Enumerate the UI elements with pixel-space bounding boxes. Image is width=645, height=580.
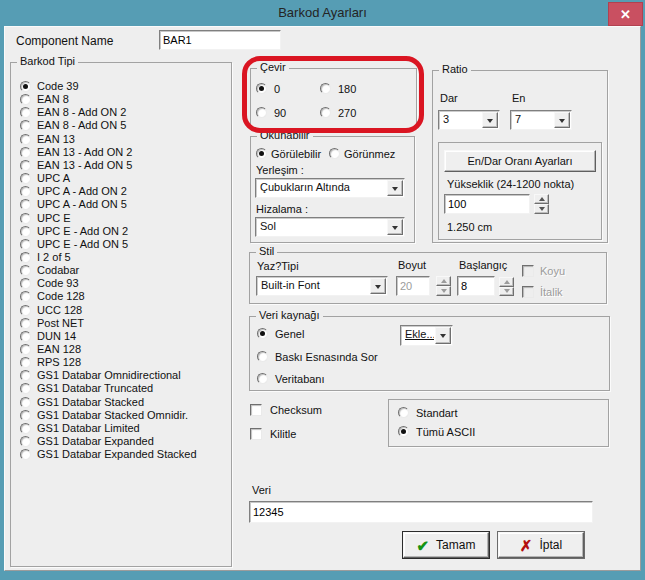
barcode-type-label[interactable]: GS1 Databar Stacked [37, 396, 144, 408]
barcode-type-radio[interactable] [20, 305, 31, 316]
barcode-type-option[interactable]: GS1 Databar Truncated [11, 382, 231, 395]
ask-on-print-radio[interactable] [257, 351, 268, 362]
barcode-type-option[interactable]: UPC A - Add ON 2 [11, 185, 231, 198]
barcode-type-label[interactable]: UPC E - Add ON 5 [37, 238, 128, 250]
barcode-type-option[interactable]: EAN 128 [11, 343, 231, 356]
barcode-type-radio[interactable] [20, 410, 31, 421]
barcode-type-label[interactable]: GS1 Databar Expanded Stacked [37, 448, 197, 460]
barcode-type-radio[interactable] [20, 107, 31, 118]
barcode-type-label[interactable]: GS1 Databar Truncated [37, 382, 153, 394]
barcode-type-option[interactable]: UPC E - Add ON 2 [11, 225, 231, 238]
barcode-type-radio[interactable] [20, 213, 31, 224]
visible-label[interactable]: Görülebilir [271, 148, 321, 160]
barcode-type-option[interactable]: EAN 8 [11, 93, 231, 106]
barcode-type-label[interactable]: EAN 13 [37, 133, 75, 145]
data-input[interactable] [249, 501, 593, 523]
add-dropdown-icon[interactable] [435, 327, 451, 344]
rotation-0-label[interactable]: 0 [274, 83, 280, 95]
barcode-type-label[interactable]: EAN 13 - Add ON 2 [37, 146, 132, 158]
barcode-type-option[interactable]: GS1 Databar Omnidirectional [11, 369, 231, 382]
barcode-type-option[interactable]: GS1 Databar Stacked Omnidir. [11, 409, 231, 422]
font-type-dropdown-icon[interactable] [370, 278, 386, 294]
alignment-combobox[interactable]: Sol [255, 217, 405, 237]
barcode-type-option[interactable]: EAN 13 - Add ON 5 [11, 159, 231, 172]
barcode-type-radio[interactable] [20, 278, 31, 289]
barcode-type-radio[interactable] [20, 331, 31, 342]
barcode-type-label[interactable]: GS1 Databar Limited [37, 422, 140, 434]
barcode-type-option[interactable]: UCC 128 [11, 304, 231, 317]
barcode-type-label[interactable]: UPC E - Add ON 2 [37, 225, 128, 237]
barcode-type-radio[interactable] [20, 318, 31, 329]
barcode-type-radio[interactable] [20, 147, 31, 158]
narrow-dropdown-icon[interactable] [482, 112, 498, 128]
barcode-type-radio[interactable] [20, 265, 31, 276]
lock-label[interactable]: Kilitle [270, 428, 296, 440]
barcode-type-radio[interactable] [20, 423, 31, 434]
start-spin-up-icon[interactable] [499, 277, 514, 287]
barcode-type-radio[interactable] [20, 436, 31, 447]
barcode-type-label[interactable]: RPS 128 [37, 356, 81, 368]
barcode-type-radio[interactable] [20, 160, 31, 171]
barcode-type-label[interactable]: Code 93 [37, 277, 79, 289]
barcode-type-option[interactable]: Code 128 [11, 290, 231, 303]
barcode-type-radio[interactable] [20, 199, 31, 210]
full-ascii-radio[interactable] [398, 426, 409, 437]
barcode-type-option[interactable]: EAN 8 - Add ON 5 [11, 119, 231, 132]
component-name-input[interactable] [159, 30, 281, 50]
barcode-type-option[interactable]: DUN 14 [11, 330, 231, 343]
barcode-type-radio[interactable] [20, 120, 31, 131]
rotation-90-label[interactable]: 90 [274, 107, 286, 119]
barcode-type-option[interactable]: Post NET [11, 317, 231, 330]
database-radio[interactable] [257, 373, 268, 384]
rotation-90-radio[interactable] [256, 107, 267, 118]
close-button[interactable]: ✕ [608, 2, 643, 26]
standard-radio[interactable] [398, 407, 409, 418]
barcode-type-label[interactable]: UPC A - Add ON 2 [37, 185, 127, 197]
barcode-type-option[interactable]: UPC E - Add ON 5 [11, 238, 231, 251]
barcode-type-label[interactable]: UPC E [37, 212, 71, 224]
barcode-type-radio[interactable] [20, 449, 31, 460]
font-type-combobox[interactable]: Built-in Font [256, 276, 388, 296]
ok-button[interactable]: ✔ Tamam [403, 532, 489, 558]
narrow-combobox[interactable]: 3 [438, 110, 500, 130]
checksum-checkbox[interactable] [250, 404, 262, 416]
rotation-0-radio[interactable] [256, 83, 267, 94]
rotation-270-label[interactable]: 270 [338, 107, 356, 119]
barcode-type-option[interactable]: UPC A - Add ON 5 [11, 198, 231, 211]
invisible-radio[interactable] [329, 148, 340, 159]
placement-combobox[interactable]: Çubukların Altında [255, 178, 405, 198]
general-radio[interactable] [257, 328, 268, 339]
barcode-type-radio[interactable] [20, 370, 31, 381]
standard-label[interactable]: Standart [416, 407, 458, 419]
barcode-type-label[interactable]: UPC A - Add ON 5 [37, 198, 127, 210]
barcode-type-label[interactable]: Code 39 [37, 80, 79, 92]
barcode-type-radio[interactable] [20, 134, 31, 145]
barcode-type-label[interactable]: DUN 14 [37, 330, 76, 342]
barcode-type-label[interactable]: EAN 128 [37, 343, 81, 355]
barcode-type-label[interactable]: EAN 8 - Add ON 2 [37, 106, 126, 118]
barcode-type-radio[interactable] [20, 357, 31, 368]
height-spinner[interactable] [534, 194, 549, 214]
barcode-type-option[interactable]: EAN 13 [11, 133, 231, 146]
checksum-label[interactable]: Checksum [270, 404, 322, 416]
barcode-type-option[interactable]: Code 39 [11, 80, 231, 93]
titlebar[interactable]: Barkod Ayarları ✕ [0, 0, 645, 26]
barcode-type-radio[interactable] [20, 173, 31, 184]
placement-dropdown-icon[interactable] [387, 180, 403, 196]
height-spin-up-icon[interactable] [534, 194, 549, 204]
barcode-type-label[interactable]: I 2 of 5 [37, 251, 71, 263]
barcode-type-radio[interactable] [20, 291, 31, 302]
rotation-180-label[interactable]: 180 [338, 83, 356, 95]
barcode-type-label[interactable]: GS1 Databar Expanded [37, 435, 154, 447]
barcode-type-radio[interactable] [20, 383, 31, 394]
barcode-type-label[interactable]: Post NET [37, 317, 84, 329]
add-dropdown-button[interactable]: Ekle... [400, 325, 453, 346]
start-input[interactable] [457, 276, 495, 296]
alignment-dropdown-icon[interactable] [387, 219, 403, 235]
barcode-type-radio[interactable] [20, 344, 31, 355]
height-input[interactable] [444, 194, 530, 214]
barcode-type-option[interactable]: Code 93 [11, 277, 231, 290]
wide-combobox[interactable]: 7 [510, 110, 572, 130]
height-spin-down-icon[interactable] [534, 204, 549, 214]
barcode-type-option[interactable]: EAN 13 - Add ON 2 [11, 146, 231, 159]
